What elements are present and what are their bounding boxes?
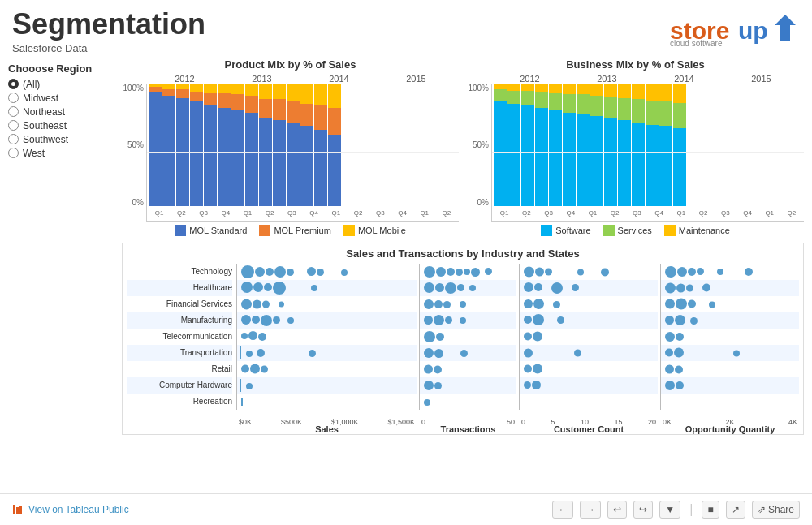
bar [241,398,243,406]
sidebar-option-southwest[interactable]: Southwest [8,134,118,145]
retail-opp-dots [665,364,683,373]
sidebar-option-west[interactable]: West [8,148,118,159]
pm-bar-segment [273,120,286,206]
bm-bar-segment [590,96,603,117]
sidebar-option-northeast[interactable]: Northeast [8,106,118,118]
dot [460,317,466,324]
share-button[interactable]: ⇗ Share [752,501,800,519]
sidebar-option-southeast[interactable]: Southeast [8,120,118,131]
bm-xlabel-6: Q3 [626,209,647,217]
pm-xlabel-13: Q2 [436,209,457,217]
bm-xlabel-5: Q2 [604,209,625,217]
pm-xlabel-10: Q3 [369,209,391,217]
row-fin-cust [520,296,658,312]
row-retail-sales [237,361,417,377]
retail-sales-dots [241,364,268,373]
dot [665,282,676,293]
pm-bar-segment [314,105,327,130]
dot [241,364,249,372]
pm-year-2015: 2015 [406,74,425,84]
legend-mol-mobile: MOL Mobile [343,225,406,236]
bm-bar-segment [659,101,672,126]
product-mix-chart: Product Mix by % of Sales 2012 2013 2014… [122,58,459,236]
row-comp-opp [661,377,799,394]
tel-cust-dots [524,332,542,341]
pm-y-100: 100% [122,84,144,93]
logo: store up cloud software [670,8,800,49]
dot [676,333,684,341]
back-button[interactable]: ↩ [607,501,627,519]
pm-y-0: 0% [122,198,144,207]
bm-bar-segment [577,94,590,114]
mfg-sales-dots [241,315,294,326]
dot [241,299,252,309]
trans-trans-dots [424,348,468,358]
redo-button[interactable]: → [580,501,601,519]
pm-bar-segment [245,96,258,113]
sales-panel: $0K $500K $1,000K $1,500K Sales [236,264,417,410]
dot [532,381,541,389]
dot [665,266,676,278]
dot [745,268,753,276]
cust-x-0: 0 [521,418,525,426]
dot [464,269,470,275]
bm-xlabel-11: Q4 [736,209,758,217]
dot [665,316,674,325]
bm-bar-2 [521,84,534,206]
trans-sales-line [240,346,316,360]
bm-bar-segment [577,84,590,95]
opp-x-0k: 0K [663,418,672,426]
bm-bar-12 [659,84,672,206]
fullscreen-button[interactable]: ↗ [726,501,745,519]
dot [676,298,687,309]
forward-button[interactable]: ↪ [633,501,653,519]
bm-bar-segment [590,84,603,96]
business-mix-chart: Business Mix by % of Sales 2012 2013 201… [467,58,804,236]
dot [460,301,466,308]
svg-rect-5 [16,507,19,514]
footer-left[interactable]: View on Tableau Public [12,504,129,515]
sales-x-500k: $500K [281,418,302,426]
undo-button[interactable]: ← [552,501,573,519]
dot [690,317,698,325]
dot [524,299,533,308]
pm-xlabel-0: Q1 [149,209,170,217]
bottom-chart: Sales and Transactions by Industry and S… [122,243,804,435]
row-health-sales [237,280,417,296]
dot [557,316,564,324]
dot [524,332,532,340]
pm-bar-segment [273,99,286,120]
dot [309,350,316,357]
dot [424,381,434,390]
bm-y-0: 0% [467,198,489,207]
dot [307,267,316,276]
pm-bar-segment [162,84,175,90]
dot [266,268,274,276]
footer-right: ← → ↩ ↪ ▼ | ■ ↗ ⇗ Share [552,501,800,519]
pm-bar-segment [176,84,189,90]
bm-bar-segment [494,84,507,90]
layout-button[interactable]: ■ [702,501,719,519]
pm-xlabel-3: Q4 [215,209,236,217]
sidebar-option-all[interactable]: (All) [8,79,118,90]
tableau-link[interactable]: View on Tableau Public [28,504,129,515]
pm-bar-segment [162,89,175,96]
sidebar-option-midwest[interactable]: Midwest [8,93,118,104]
dropdown-button[interactable]: ▼ [659,501,680,519]
legend-maintenance: Maintenance [664,225,730,236]
bm-bar-10 [632,84,645,206]
cust-x-20: 20 [648,418,656,426]
legend-mol-premium: MOL Premium [259,225,331,236]
tableau-icon [12,504,24,515]
row-tel-trans [420,329,516,345]
pm-bar-segment [204,84,217,93]
pm-xlabel-5: Q2 [259,209,280,217]
mol-mobile-color [343,225,355,236]
scatter-panels: $0K $500K $1,000K $1,500K Sales [236,264,799,410]
transactions-panel: 0 50 Transactions [419,264,516,410]
svg-text:cloud software: cloud software [670,39,723,47]
legend-mol-standard: MOL Standard [175,225,247,236]
tel-trans-dots [424,331,444,342]
pm-bar-7 [245,84,258,206]
dot [553,301,560,308]
